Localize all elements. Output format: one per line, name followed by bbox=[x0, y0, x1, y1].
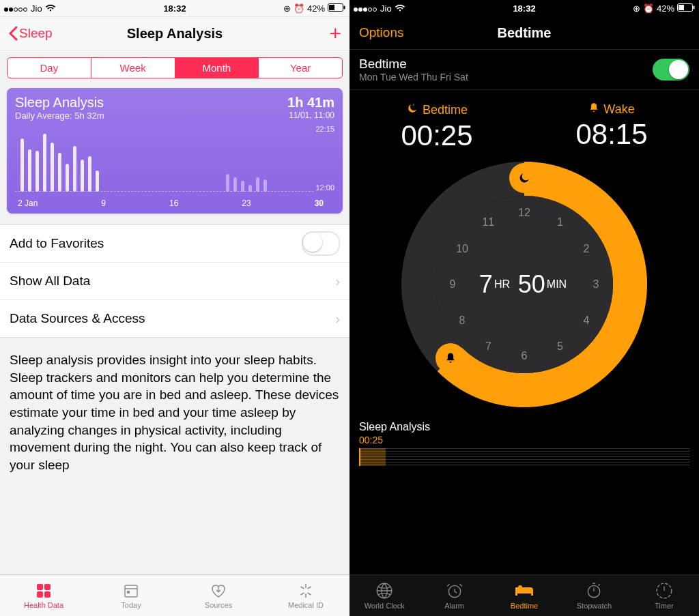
page-title: Bedtime bbox=[498, 25, 552, 41]
tab-label: Health Data bbox=[24, 601, 63, 609]
chevron-left-icon bbox=[8, 26, 18, 41]
tab-label: Alarm bbox=[444, 602, 464, 610]
tab-world-clock[interactable]: World Clock bbox=[350, 575, 419, 616]
tab-timer[interactable]: Timer bbox=[629, 575, 699, 616]
tab-label: Bedtime bbox=[511, 602, 538, 610]
x-label: 23 bbox=[242, 199, 251, 208]
x-label: 30 bbox=[315, 199, 324, 208]
carrier-label: Jio bbox=[31, 3, 42, 14]
segment-week[interactable]: Week bbox=[91, 58, 175, 78]
wake-value: 08:15 bbox=[575, 118, 647, 151]
sleep-chart-card[interactable]: Sleep Analysis Daily Average: 5h 32m 1h … bbox=[7, 88, 343, 214]
time-range-segmented[interactable]: Day Week Month Year bbox=[7, 57, 343, 78]
tab-label: Sources bbox=[205, 601, 232, 609]
bedtime-label: z Bedtime bbox=[401, 102, 472, 118]
tab-label: Stopwatch bbox=[577, 602, 612, 610]
nav-header: Sleep Sleep Analysis + bbox=[0, 17, 350, 50]
row-title: Bedtime bbox=[359, 57, 468, 72]
bell-icon bbox=[588, 102, 599, 117]
battery-icon bbox=[677, 3, 695, 14]
svg-rect-2 bbox=[344, 5, 345, 9]
status-time: 18:32 bbox=[163, 3, 186, 14]
tab-label: World Clock bbox=[365, 602, 405, 610]
alarm-icon: ⏰ bbox=[643, 3, 654, 14]
alarm-clock-icon bbox=[446, 582, 463, 600]
orientation-lock-icon: ⊕ bbox=[283, 3, 291, 14]
battery-icon bbox=[328, 3, 345, 14]
sleep-analysis-title: Sleep Analysis bbox=[359, 421, 689, 433]
carrier-label: Jio bbox=[380, 3, 392, 14]
tab-bar: Health Data Today Sources Medical ID bbox=[0, 574, 350, 616]
row-bedtime-schedule[interactable]: Bedtime Mon Tue Wed Thu Fri Sat bbox=[350, 50, 699, 90]
bedtime-dial[interactable]: 123456789101112 7HR 50MIN bbox=[401, 162, 647, 407]
svg-rect-5 bbox=[37, 591, 43, 598]
svg-rect-11 bbox=[694, 5, 695, 9]
row-show-all-data[interactable]: Show All Data › bbox=[0, 263, 350, 300]
options-button[interactable]: Options bbox=[359, 25, 403, 40]
row-label: Show All Data bbox=[10, 274, 90, 289]
tab-bar: World Clock Alarm Bedtime Stopwatch bbox=[350, 574, 699, 616]
tab-bedtime[interactable]: Bedtime bbox=[489, 575, 559, 616]
sleep-analysis-bar bbox=[359, 448, 689, 466]
wake-label: Wake bbox=[575, 102, 647, 117]
health-data-icon bbox=[35, 582, 52, 600]
tab-alarm[interactable]: Alarm bbox=[419, 575, 489, 616]
sleep-analysis-value: 00:25 bbox=[359, 435, 689, 445]
row-days: Mon Tue Wed Thu Fri Sat bbox=[359, 72, 468, 83]
tab-stopwatch[interactable]: Stopwatch bbox=[559, 575, 629, 616]
favorites-toggle[interactable] bbox=[302, 231, 340, 256]
segment-month[interactable]: Month bbox=[175, 58, 259, 78]
bedtime-knob[interactable] bbox=[509, 163, 539, 193]
status-time: 18:32 bbox=[513, 3, 535, 14]
bed-icon bbox=[514, 582, 534, 600]
segment-year[interactable]: Year bbox=[259, 58, 342, 78]
nav-header: Options Bedtime bbox=[350, 16, 699, 50]
svg-rect-4 bbox=[44, 584, 51, 590]
tab-sources[interactable]: Sources bbox=[175, 575, 262, 616]
x-label: 16 bbox=[169, 199, 178, 208]
moon-icon: z bbox=[406, 102, 418, 118]
tab-label: Today bbox=[121, 601, 141, 609]
svg-rect-6 bbox=[44, 591, 51, 598]
card-subtitle: Daily Average: 5h 32m bbox=[15, 111, 104, 121]
card-value: 1h 41m bbox=[287, 95, 334, 111]
tab-health-data[interactable]: Health Data bbox=[0, 575, 87, 616]
alarm-icon: ⏰ bbox=[294, 3, 304, 14]
description-text: Sleep analysis provides insight into you… bbox=[0, 338, 350, 574]
sleep-analysis-section: Sleep Analysis 00:25 bbox=[350, 414, 699, 466]
row-label: Data Sources & Access bbox=[10, 311, 145, 326]
wake-knob[interactable] bbox=[436, 343, 466, 373]
orientation-lock-icon: ⊕ bbox=[633, 3, 640, 14]
row-add-to-favorites[interactable]: Add to Favorites bbox=[0, 225, 350, 263]
svg-rect-7 bbox=[125, 585, 137, 597]
segment-day[interactable]: Day bbox=[8, 58, 91, 78]
tab-today[interactable]: Today bbox=[87, 575, 175, 616]
heart-download-icon bbox=[210, 582, 227, 600]
battery-percent: 42% bbox=[307, 3, 325, 14]
svg-rect-1 bbox=[329, 5, 334, 10]
battery-percent: 42% bbox=[657, 3, 674, 14]
back-button[interactable]: Sleep bbox=[8, 26, 53, 41]
y-axis-bottom: 12:00 bbox=[315, 184, 334, 192]
svg-text:z: z bbox=[413, 103, 415, 106]
chevron-right-icon: › bbox=[335, 274, 340, 289]
add-button[interactable]: + bbox=[329, 27, 341, 40]
wifi-icon bbox=[45, 4, 56, 12]
svg-point-8 bbox=[128, 591, 130, 593]
row-data-sources[interactable]: Data Sources & Access › bbox=[0, 300, 350, 337]
bedtime-toggle[interactable] bbox=[653, 59, 689, 80]
signal-dots-icon bbox=[4, 3, 28, 14]
card-title: Sleep Analysis bbox=[15, 95, 104, 111]
y-axis-top: 22:15 bbox=[315, 125, 334, 133]
tab-label: Timer bbox=[655, 602, 674, 610]
duration-text: 7HR 50MIN bbox=[401, 162, 647, 407]
row-label: Add to Favorites bbox=[10, 236, 104, 251]
globe-icon bbox=[375, 582, 393, 600]
status-bar: Jio 18:32 ⊕ ⏰ 42% bbox=[0, 0, 350, 17]
sleep-bar-chart: 22:15 12:00 2 Jan 9 16 23 30 bbox=[15, 126, 334, 208]
chevron-right-icon: › bbox=[335, 311, 340, 327]
x-label: 2 Jan bbox=[18, 199, 38, 208]
x-label: 9 bbox=[101, 199, 106, 208]
tab-medical-id[interactable]: Medical ID bbox=[262, 575, 350, 616]
status-bar: Jio 18:32 ⊕ ⏰ 42% bbox=[350, 0, 699, 16]
